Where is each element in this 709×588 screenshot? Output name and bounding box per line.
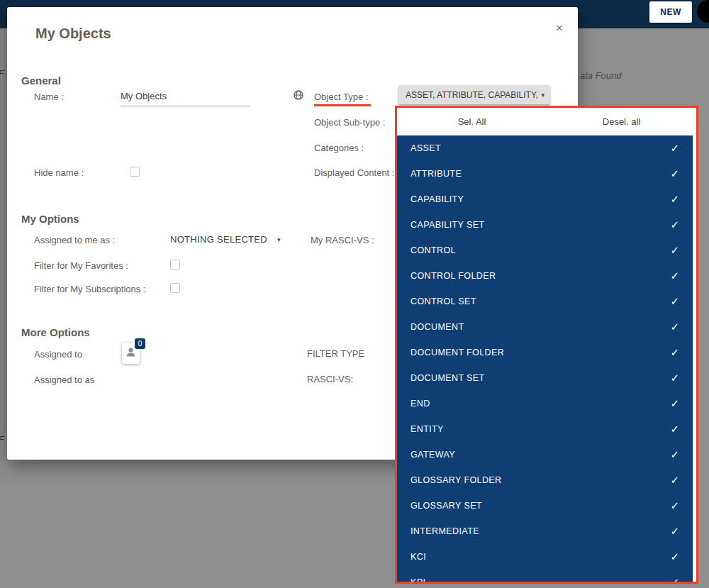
option-label: DOCUMENT SET [411, 373, 670, 383]
globe-icon[interactable] [294, 90, 303, 100]
person-icon [125, 347, 136, 360]
filter-subscriptions-label: Filter for My Subscriptions : [34, 284, 146, 294]
check-icon: ✓ [670, 423, 679, 436]
object-type-select[interactable]: ASSET, ATTRIBUTE, CAPABILITY, CA ▾ [398, 85, 550, 104]
object-type-option[interactable]: CAPABILITY SET ✓ [397, 212, 693, 238]
filter-favorites-checkbox[interactable] [170, 260, 180, 270]
check-icon: ✓ [670, 321, 679, 333]
check-icon: ✓ [670, 142, 679, 155]
option-label: CAPABILITY SET [411, 220, 670, 230]
option-label: KPI [411, 577, 670, 582]
assigned-to-as-label: Assigned to as [34, 375, 94, 385]
option-label: ENTITY [411, 424, 670, 434]
option-label: ASSET [411, 143, 670, 153]
dropdown-header: Sel. All Desel. all [397, 108, 696, 135]
filter-subscriptions-checkbox[interactable] [170, 283, 180, 293]
object-type-option[interactable]: INTERMEDIATE ✓ [397, 518, 693, 544]
screen: NEW ata Found F F My Objects ✕ General N… [0, 0, 709, 588]
check-icon: ✓ [670, 499, 679, 512]
object-type-option[interactable]: KCI ✓ [397, 544, 693, 570]
check-icon: ✓ [670, 372, 679, 384]
object-type-label: Object Type : [314, 91, 368, 102]
check-icon: ✓ [670, 397, 679, 410]
dropdown-scrollbar[interactable] [693, 135, 696, 582]
hide-name-checkbox[interactable] [130, 167, 140, 177]
object-type-option[interactable]: GLOSSARY FOLDER ✓ [397, 467, 693, 493]
object-type-active-underline [314, 104, 371, 106]
object-type-option[interactable]: CAPABILITY ✓ [397, 187, 693, 212]
general-section-heading: General [21, 74, 61, 87]
option-label: CAPABILITY [411, 194, 670, 204]
filter-favorites-label: Filter for My Favorites : [34, 260, 128, 271]
assigned-to-me-value: NOTHING SELECTED [170, 234, 267, 245]
filter-type-label: FILTER TYPE [307, 348, 364, 359]
object-type-option[interactable]: DOCUMENT FOLDER ✓ [397, 340, 693, 365]
object-type-option[interactable]: END ✓ [397, 391, 693, 416]
object-type-option[interactable]: DOCUMENT ✓ [397, 314, 693, 340]
object-type-option[interactable]: CONTROL SET ✓ [397, 289, 693, 314]
option-label: INTERMEDIATE [411, 526, 670, 536]
option-label: ATTRIBUTE [411, 169, 670, 179]
check-icon: ✓ [670, 474, 679, 487]
option-label: GATEWAY [411, 450, 670, 460]
assigned-to-count-badge: 0 [135, 338, 145, 349]
option-label: DOCUMENT FOLDER [411, 348, 670, 357]
check-icon: ✓ [670, 193, 679, 206]
my-rasci-label: My RASCI-VS : [311, 235, 374, 245]
check-icon: ✓ [670, 244, 679, 257]
assigned-to-me-label: Assigned to me as : [34, 235, 115, 245]
new-button[interactable]: NEW [649, 1, 692, 23]
option-label: DOCUMENT [411, 322, 670, 332]
background-text-fragment: F [0, 68, 4, 79]
object-type-option[interactable]: DOCUMENT SET ✓ [397, 365, 693, 391]
check-icon: ✓ [670, 576, 679, 582]
option-label: CONTROL FOLDER [411, 271, 670, 281]
name-label: Name : [34, 91, 64, 102]
check-icon: ✓ [670, 448, 679, 461]
check-icon: ✓ [670, 218, 679, 231]
object-type-option[interactable]: GATEWAY ✓ [397, 442, 693, 467]
dropdown-list-wrap: ASSET ✓ ATTRIBUTE ✓ CAPABILITY ✓ CA [397, 135, 696, 582]
object-type-option[interactable]: GLOSSARY SET ✓ [397, 493, 693, 518]
object-type-select-value: ASSET, ATTRIBUTE, CAPABILITY, CA [406, 90, 538, 100]
object-subtype-label: Object Sub-type : [314, 117, 385, 128]
categories-label: Categories : [314, 143, 364, 153]
more-options-section-heading: More Options [21, 326, 90, 338]
select-all-button[interactable]: Sel. All [397, 108, 547, 135]
option-label: CONTROL SET [411, 296, 670, 306]
object-type-option[interactable]: ATTRIBUTE ✓ [397, 161, 693, 187]
check-icon: ✓ [670, 550, 679, 563]
chevron-down-icon: ▾ [541, 91, 545, 99]
object-type-option[interactable]: CONTROL FOLDER ✓ [397, 263, 693, 289]
check-icon: ✓ [670, 295, 679, 308]
rasci-vs-label: RASCI-VS: [307, 374, 353, 384]
check-icon: ✓ [670, 270, 679, 282]
deselect-all-button[interactable]: Desel. all [547, 108, 696, 135]
object-type-option[interactable]: KPI ✓ [397, 570, 693, 582]
assigned-to-label: Assigned to [34, 349, 82, 360]
check-icon: ✓ [670, 346, 679, 359]
check-icon: ✓ [670, 525, 679, 538]
background-text-fragment: ata Found [580, 70, 622, 81]
dialog-title: My Objects [35, 26, 111, 42]
option-label: CONTROL [411, 245, 670, 255]
check-icon: ✓ [670, 167, 679, 180]
object-type-option[interactable]: ENTITY ✓ [397, 416, 693, 442]
option-label: GLOSSARY FOLDER [411, 475, 670, 485]
object-type-option[interactable]: CONTROL ✓ [397, 238, 693, 263]
option-label: GLOSSARY SET [411, 501, 670, 511]
close-icon[interactable]: ✕ [552, 20, 567, 35]
option-label: KCI [411, 552, 670, 562]
option-label: END [411, 399, 670, 409]
hide-name-label: Hide name : [34, 167, 84, 178]
my-options-section-heading: My Options [21, 213, 79, 225]
object-type-dropdown-panel: Sel. All Desel. all ASSET ✓ ATTRIBUTE ✓ [395, 106, 698, 584]
assigned-to-me-dropdown[interactable]: NOTHING SELECTED ▾ [170, 234, 281, 245]
name-input[interactable]: My Objects [121, 87, 250, 106]
displayed-content-label: Displayed Content : [314, 167, 394, 178]
background-text-fragment: F [0, 434, 4, 445]
chevron-down-icon: ▾ [277, 236, 281, 243]
object-type-option[interactable]: ASSET ✓ [397, 135, 693, 161]
object-type-options-list: ASSET ✓ ATTRIBUTE ✓ CAPABILITY ✓ CA [397, 135, 693, 582]
